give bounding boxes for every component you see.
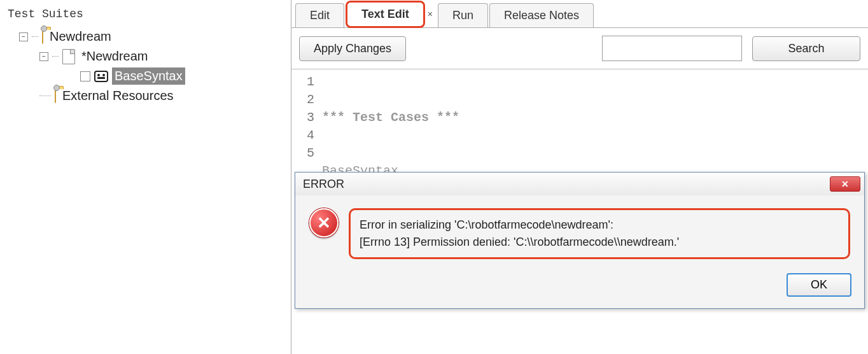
tab-run[interactable]: Run bbox=[438, 3, 488, 27]
dialog-close-button[interactable]: ✕ bbox=[830, 176, 860, 192]
tab-text-edit[interactable]: Text Edit bbox=[346, 1, 425, 28]
code-line: *** Test Cases *** bbox=[322, 109, 868, 127]
folder-icon bbox=[42, 29, 43, 44]
tree-view: − Newdream − *Newdream BaseSyntax Extern… bbox=[4, 27, 287, 106]
tab-release-notes[interactable]: Release Notes bbox=[489, 3, 594, 27]
tree-item-suite[interactable]: − *Newdream bbox=[4, 46, 287, 66]
dialog-titlebar[interactable]: ERROR ✕ bbox=[295, 173, 864, 195]
ok-button[interactable]: OK bbox=[787, 273, 851, 297]
line-number: 3 bbox=[291, 109, 314, 127]
tree-label-root[interactable]: Newdream bbox=[47, 28, 114, 45]
toolbar: Apply Changes Search bbox=[291, 28, 868, 69]
tree-item-external[interactable]: External Resources bbox=[4, 86, 287, 106]
tab-label: Edit bbox=[310, 9, 330, 22]
error-line-1: Error in serializing 'C:\robotfarmecode\… bbox=[360, 216, 839, 234]
line-number: 4 bbox=[291, 127, 314, 145]
dialog-body: ✕ Error in serializing 'C:\robotfarmecod… bbox=[295, 195, 864, 267]
line-number: 5 bbox=[291, 145, 314, 162]
search-button[interactable]: Search bbox=[752, 36, 860, 61]
tab-close-icon[interactable]: × bbox=[428, 9, 433, 19]
dialog-title: ERROR bbox=[303, 178, 344, 191]
tree-item-root[interactable]: − Newdream bbox=[4, 27, 287, 46]
tab-label: Text Edit bbox=[361, 8, 409, 21]
checkbox-icon[interactable] bbox=[80, 71, 90, 81]
sidebar: Test Suites − Newdream − *Newdream BaseS… bbox=[0, 0, 291, 354]
token-section: *** Test Cases *** bbox=[322, 110, 459, 125]
tree-connector bbox=[32, 36, 38, 37]
line-number: 1 bbox=[291, 73, 314, 91]
file-icon bbox=[62, 49, 75, 64]
tab-edit[interactable]: Edit bbox=[295, 3, 344, 27]
expander-icon[interactable]: − bbox=[39, 52, 48, 61]
sidebar-title: Test Suites bbox=[4, 5, 287, 27]
tab-label: Release Notes bbox=[504, 9, 579, 22]
tree-item-testcase[interactable]: BaseSyntax bbox=[4, 66, 287, 86]
tree-label-testcase[interactable]: BaseSyntax bbox=[112, 67, 185, 85]
error-line-2: [Errno 13] Permission denied: 'C:\\robot… bbox=[360, 234, 839, 251]
expander-icon[interactable]: − bbox=[19, 32, 28, 41]
tree-label-suite[interactable]: *Newdream bbox=[79, 48, 150, 65]
robot-icon bbox=[94, 71, 108, 82]
folder-icon bbox=[55, 88, 56, 103]
code-line bbox=[322, 323, 868, 341]
error-message: Error in serializing 'C:\robotfarmecode\… bbox=[349, 208, 850, 259]
tree-connector bbox=[52, 56, 59, 57]
tab-label: Run bbox=[452, 9, 473, 22]
line-number: 2 bbox=[291, 91, 314, 109]
tree-connector bbox=[39, 96, 51, 96]
search-input[interactable] bbox=[602, 36, 742, 61]
error-icon: ✕ bbox=[309, 208, 339, 237]
tree-label-external[interactable]: External Resources bbox=[60, 87, 176, 104]
tab-bar: Edit Text Edit × Run Release Notes bbox=[291, 0, 868, 28]
main-panel: Edit Text Edit × Run Release Notes Apply… bbox=[291, 0, 868, 354]
dialog-footer: OK bbox=[295, 267, 864, 308]
error-dialog: ERROR ✕ ✕ Error in serializing 'C:\robot… bbox=[295, 172, 865, 309]
apply-changes-button[interactable]: Apply Changes bbox=[299, 36, 406, 61]
